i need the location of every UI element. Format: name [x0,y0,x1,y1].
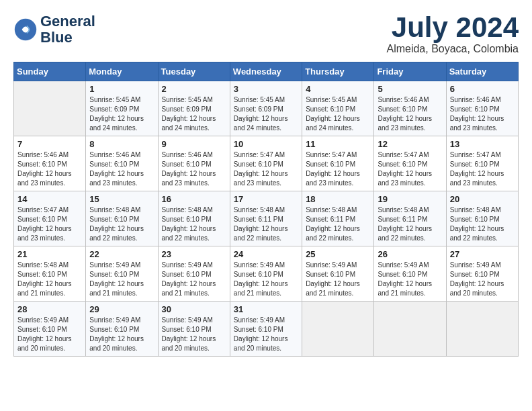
sunrise-text: Sunrise: 5:49 AM [450,261,515,270]
daylight-text: Daylight: 12 hours and 20 minutes. [17,334,82,353]
sunset-text: Sunset: 6:10 PM [162,160,226,169]
day-info: Sunrise: 5:49 AMSunset: 6:10 PMDaylight:… [450,261,515,298]
location: Almeida, Boyaca, Colombia [386,43,519,55]
sunset-text: Sunset: 6:10 PM [378,270,442,279]
sunrise-text: Sunrise: 5:49 AM [234,261,298,270]
month-title: July 2024 [386,13,519,42]
daylight-text: Daylight: 12 hours and 21 minutes. [162,279,226,298]
sunset-text: Sunset: 6:10 PM [378,160,442,169]
calendar-cell: 24Sunrise: 5:49 AMSunset: 6:10 PMDayligh… [230,246,302,302]
daylight-text: Daylight: 12 hours and 24 minutes. [306,114,370,133]
day-number: 15 [89,194,154,204]
daylight-text: Daylight: 12 hours and 23 minutes. [450,169,515,188]
header-sunday: Sunday [14,62,86,81]
sunrise-text: Sunrise: 5:45 AM [234,95,298,105]
calendar-cell [374,302,446,357]
header-friday: Friday [374,62,446,81]
day-info: Sunrise: 5:49 AMSunset: 6:10 PMDaylight:… [234,261,298,298]
sunrise-text: Sunrise: 5:48 AM [17,261,82,270]
sunset-text: Sunset: 6:10 PM [89,215,154,224]
sunrise-text: Sunrise: 5:46 AM [89,150,154,160]
calendar-cell [302,302,374,357]
sunrise-text: Sunrise: 5:46 AM [17,150,82,160]
calendar-cell: 21Sunrise: 5:48 AMSunset: 6:10 PMDayligh… [14,246,86,302]
logo-icon [13,17,38,42]
calendar-cell: 6Sunrise: 5:46 AMSunset: 6:10 PMDaylight… [446,81,518,136]
week-row-1: 1Sunrise: 5:45 AMSunset: 6:09 PMDaylight… [14,81,519,136]
daylight-text: Daylight: 12 hours and 20 minutes. [450,279,515,298]
day-info: Sunrise: 5:46 AMSunset: 6:10 PMDaylight:… [378,95,442,133]
day-info: Sunrise: 5:46 AMSunset: 6:10 PMDaylight:… [17,150,82,188]
day-number: 4 [306,84,370,94]
daylight-text: Daylight: 12 hours and 22 minutes. [450,224,515,243]
sunrise-text: Sunrise: 5:49 AM [89,316,154,325]
sunrise-text: Sunrise: 5:49 AM [378,261,442,270]
calendar-cell: 7Sunrise: 5:46 AMSunset: 6:10 PMDaylight… [14,136,86,191]
sunrise-text: Sunrise: 5:49 AM [162,316,226,325]
day-number: 12 [378,139,442,149]
sunrise-text: Sunrise: 5:46 AM [450,95,515,105]
calendar-body: 1Sunrise: 5:45 AMSunset: 6:09 PMDaylight… [14,81,519,357]
logo: General Blue [13,13,95,46]
day-info: Sunrise: 5:45 AMSunset: 6:09 PMDaylight:… [234,95,298,133]
day-info: Sunrise: 5:47 AMSunset: 6:10 PMDaylight:… [378,150,442,188]
sunset-text: Sunset: 6:10 PM [89,325,154,334]
day-info: Sunrise: 5:48 AMSunset: 6:11 PMDaylight:… [306,205,370,243]
calendar-cell: 26Sunrise: 5:49 AMSunset: 6:10 PMDayligh… [374,246,446,302]
day-number: 25 [306,249,370,259]
day-info: Sunrise: 5:47 AMSunset: 6:10 PMDaylight:… [17,205,82,243]
sunset-text: Sunset: 6:10 PM [234,270,298,279]
daylight-text: Daylight: 12 hours and 22 minutes. [162,224,226,243]
calendar-cell: 19Sunrise: 5:48 AMSunset: 6:11 PMDayligh… [374,191,446,246]
day-number: 3 [234,84,298,94]
calendar-cell: 9Sunrise: 5:46 AMSunset: 6:10 PMDaylight… [158,136,230,191]
daylight-text: Daylight: 12 hours and 24 minutes. [89,114,154,133]
logo-line2: Blue [40,30,95,46]
day-number: 17 [234,194,298,204]
day-number: 13 [450,139,515,149]
sunset-text: Sunset: 6:10 PM [378,105,442,114]
header-monday: Monday [86,62,158,81]
calendar-cell: 27Sunrise: 5:49 AMSunset: 6:10 PMDayligh… [446,246,518,302]
sunrise-text: Sunrise: 5:49 AM [234,316,298,325]
day-number: 10 [234,139,298,149]
daylight-text: Daylight: 12 hours and 22 minutes. [378,224,442,243]
day-number: 5 [378,84,442,94]
day-info: Sunrise: 5:48 AMSunset: 6:10 PMDaylight:… [162,205,226,243]
daylight-text: Daylight: 12 hours and 21 minutes. [378,279,442,298]
sunset-text: Sunset: 6:10 PM [450,105,515,114]
calendar-cell: 11Sunrise: 5:47 AMSunset: 6:10 PMDayligh… [302,136,374,191]
daylight-text: Daylight: 12 hours and 23 minutes. [450,114,515,133]
header-tuesday: Tuesday [158,62,230,81]
sunrise-text: Sunrise: 5:49 AM [306,261,370,270]
sunrise-text: Sunrise: 5:48 AM [162,205,226,215]
day-number: 27 [450,249,515,259]
day-number: 28 [17,304,82,314]
week-row-5: 28Sunrise: 5:49 AMSunset: 6:10 PMDayligh… [14,302,519,357]
sunrise-text: Sunrise: 5:47 AM [450,150,515,160]
sunrise-text: Sunrise: 5:46 AM [162,150,226,160]
day-number: 11 [306,139,370,149]
day-number: 24 [234,249,298,259]
day-number: 31 [234,304,298,314]
sunset-text: Sunset: 6:10 PM [306,270,370,279]
daylight-text: Daylight: 12 hours and 23 minutes. [306,169,370,188]
sunrise-text: Sunrise: 5:48 AM [89,205,154,215]
calendar-cell: 8Sunrise: 5:46 AMSunset: 6:10 PMDaylight… [86,136,158,191]
day-info: Sunrise: 5:48 AMSunset: 6:11 PMDaylight:… [234,205,298,243]
sunset-text: Sunset: 6:10 PM [89,160,154,169]
day-info: Sunrise: 5:49 AMSunset: 6:10 PMDaylight:… [306,261,370,298]
sunset-text: Sunset: 6:10 PM [306,160,370,169]
calendar-cell: 10Sunrise: 5:47 AMSunset: 6:10 PMDayligh… [230,136,302,191]
page-header: General Blue July 2024 Almeida, Boyaca, … [13,13,519,55]
day-info: Sunrise: 5:48 AMSunset: 6:11 PMDaylight:… [378,205,442,243]
week-row-4: 21Sunrise: 5:48 AMSunset: 6:10 PMDayligh… [14,246,519,302]
header-wednesday: Wednesday [230,62,302,81]
daylight-text: Daylight: 12 hours and 24 minutes. [162,114,226,133]
calendar-cell: 15Sunrise: 5:48 AMSunset: 6:10 PMDayligh… [86,191,158,246]
calendar-cell: 17Sunrise: 5:48 AMSunset: 6:11 PMDayligh… [230,191,302,246]
day-number: 20 [450,194,515,204]
calendar-header-row: SundayMondayTuesdayWednesdayThursdayFrid… [14,62,519,81]
calendar-cell: 31Sunrise: 5:49 AMSunset: 6:10 PMDayligh… [230,302,302,357]
day-info: Sunrise: 5:47 AMSunset: 6:10 PMDaylight:… [450,150,515,188]
